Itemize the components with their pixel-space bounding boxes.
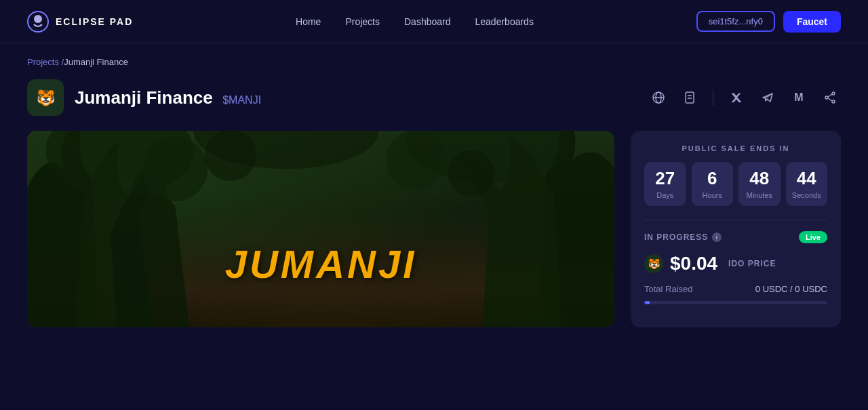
project-ticker: $MANJI (222, 94, 261, 106)
ido-price-text: $0.04 (670, 253, 717, 274)
breadcrumb-projects[interactable]: Projects (27, 57, 59, 67)
project-title-section: 🐯 Jumanji Finance $MANJI (27, 79, 261, 116)
medium-icon[interactable]: M (788, 87, 810, 108)
nav-links: Home Projects Dashboard Leaderboards (296, 16, 534, 27)
total-raised-row: Total Raised 0 USDC / 0 USDC (644, 284, 827, 294)
svg-point-19 (142, 137, 207, 201)
countdown-minutes: 48 Minutes (738, 162, 781, 206)
nav-dashboard[interactable]: Dashboard (404, 16, 451, 27)
project-logo-svg: 🐯 (32, 84, 59, 111)
countdown-hours-label: Hours (696, 191, 730, 199)
live-badge: Live (799, 231, 827, 243)
status-label: IN PROGRESS i (644, 232, 722, 242)
sale-title: PUBLIC SALE ENDS IN (644, 144, 827, 152)
countdown-days-label: Days (648, 191, 682, 199)
progress-bar-background (644, 301, 827, 304)
svg-point-1 (34, 15, 42, 23)
jumanji-text: JUMANJI (225, 241, 417, 287)
svg-line-14 (828, 94, 832, 97)
telegram-icon[interactable] (757, 87, 778, 108)
social-divider (713, 89, 713, 106)
logo-text: ECLIPSE PAD (56, 16, 133, 27)
content-grid: JUMANJI PUBLIC SALE ENDS IN 27 Days 6 Ho… (27, 131, 841, 327)
countdown-hours: 6 Hours (692, 162, 734, 206)
countdown-hours-value: 6 (696, 169, 730, 188)
logo-icon (27, 11, 49, 33)
countdown-minutes-label: Minutes (743, 191, 776, 199)
twitter-icon[interactable] (726, 87, 747, 108)
nav-leaderboards[interactable]: Leaderboards (475, 16, 534, 27)
panel-divider (644, 220, 827, 220)
countdown-days: 27 Days (644, 162, 686, 206)
raised-label: Total Raised (644, 284, 693, 294)
countdown-minutes-value: 48 (743, 169, 776, 188)
sale-panel: PUBLIC SALE ENDS IN 27 Days 6 Hours 48 M… (631, 131, 841, 327)
main-content: Projects /Jumanji Finance 🐯 Jumanji Fina… (0, 43, 868, 327)
logo[interactable]: ECLIPSE PAD (27, 11, 133, 33)
project-socials: M (648, 87, 841, 108)
faucet-button[interactable]: Faucet (783, 11, 841, 33)
nav-projects[interactable]: Projects (345, 16, 380, 27)
raised-value: 0 USDC / 0 USDC (755, 284, 827, 294)
breadcrumb: Projects /Jumanji Finance (27, 57, 841, 67)
project-header: 🐯 Jumanji Finance $MANJI M (27, 79, 841, 116)
tree-overlay (27, 131, 614, 327)
svg-line-15 (828, 98, 832, 101)
ido-label: IDO PRICE (728, 259, 776, 268)
countdown-seconds-value: 44 (790, 169, 824, 188)
svg-point-20 (205, 131, 256, 181)
navbar: ECLIPSE PAD Home Projects Dashboard Lead… (0, 0, 868, 43)
svg-text:🐯: 🐯 (37, 89, 56, 107)
project-image: JUMANJI (27, 131, 614, 327)
nav-home[interactable]: Home (296, 16, 321, 27)
breadcrumb-current: Jumanji Finance (64, 57, 128, 67)
svg-point-12 (832, 100, 835, 103)
project-logo: 🐯 (27, 79, 64, 116)
svg-point-11 (832, 92, 835, 95)
svg-point-21 (386, 131, 445, 189)
info-icon[interactable]: i (712, 232, 722, 242)
docs-icon[interactable] (679, 87, 701, 108)
ido-price-row: 🐯 $0.04 IDO PRICE (644, 253, 827, 274)
svg-point-22 (448, 150, 494, 197)
countdown-seconds-label: Seconds (790, 191, 824, 199)
wallet-button[interactable]: sei1t5fz...nfy0 (696, 11, 775, 32)
svg-point-13 (825, 96, 828, 99)
share-icon[interactable] (819, 87, 841, 108)
countdown-grid: 27 Days 6 Hours 48 Minutes 44 Seconds (644, 162, 827, 206)
progress-bar-fill (644, 301, 650, 304)
status-row: IN PROGRESS i Live (644, 231, 827, 243)
ido-logo: 🐯 (644, 254, 663, 273)
svg-rect-7 (686, 92, 694, 103)
project-name-group: Jumanji Finance $MANJI (75, 87, 261, 108)
navbar-actions: sei1t5fz...nfy0 Faucet (696, 11, 841, 33)
countdown-seconds: 44 Seconds (786, 162, 828, 206)
project-name: Jumanji Finance (75, 87, 213, 108)
website-icon[interactable] (648, 87, 669, 108)
countdown-days-value: 27 (648, 169, 682, 188)
